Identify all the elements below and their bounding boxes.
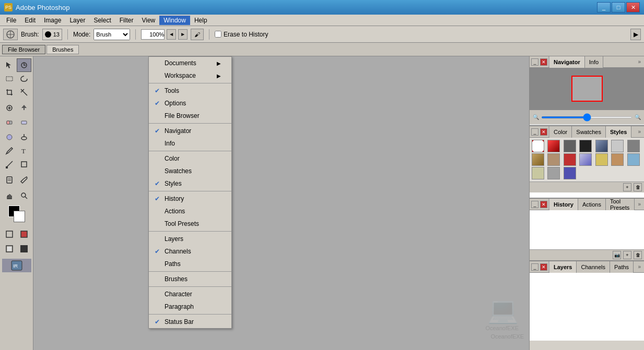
tab-history[interactable]: History (549, 199, 578, 210)
menu-item-actions[interactable]: Actions (149, 205, 231, 218)
menu-item-paths[interactable]: Paths (149, 258, 231, 270)
history-new-btn[interactable]: + (623, 251, 631, 259)
menu-filter[interactable]: Filter (115, 16, 138, 25)
tool-pen[interactable] (2, 144, 17, 158)
menu-image[interactable]: Image (40, 16, 65, 25)
navigator-panel-close[interactable]: ✕ (540, 58, 547, 66)
menu-item-info[interactable]: Info (149, 137, 231, 150)
style-swatch-7[interactable] (532, 153, 544, 166)
zoom-slider[interactable] (541, 116, 633, 118)
tool-eyedropper[interactable] (17, 173, 31, 187)
history-panel-close[interactable]: ✕ (540, 201, 547, 208)
file-browser-btn[interactable]: File Browser (2, 45, 45, 54)
tool-background-eraser[interactable] (17, 115, 31, 128)
tool-arrow[interactable] (2, 58, 17, 72)
color-picker[interactable] (8, 206, 25, 222)
tool-lasso[interactable] (17, 72, 31, 86)
menu-item-options[interactable]: ✔ Options (149, 97, 231, 110)
tool-quick-mask[interactable] (17, 227, 31, 241)
menu-file[interactable]: File (2, 16, 20, 25)
tool-shape[interactable] (17, 158, 31, 171)
tool-hand[interactable] (2, 189, 17, 202)
style-swatch-13[interactable] (627, 153, 640, 166)
menu-edit[interactable]: Edit (20, 16, 40, 25)
tool-full-screen[interactable] (17, 242, 31, 256)
tab-layers[interactable]: Layers (549, 261, 577, 273)
style-swatch-14[interactable] (532, 167, 544, 179)
background-color[interactable] (14, 211, 25, 222)
history-delete-btn[interactable]: 🗑 (634, 251, 642, 259)
menu-select[interactable]: Select (89, 16, 115, 25)
menu-item-color[interactable]: Color (149, 152, 231, 165)
layers-panel-expand[interactable]: » (635, 264, 644, 270)
layers-panel-close[interactable]: ✕ (540, 263, 547, 271)
options-extra-button[interactable]: ▶ (630, 29, 641, 40)
close-button[interactable]: ✕ (626, 2, 640, 13)
tool-path-select[interactable] (2, 158, 17, 171)
layers-panel-collapse[interactable]: _ (531, 263, 538, 271)
zoom-increment[interactable]: ► (178, 29, 188, 40)
style-swatch-2[interactable] (564, 140, 576, 152)
tool-slice[interactable] (17, 86, 31, 99)
tab-tool-presets[interactable]: Tool Presets (606, 199, 635, 210)
tool-dodge[interactable] (17, 130, 31, 144)
tab-actions[interactable]: Actions (578, 199, 606, 210)
tool-clone[interactable] (17, 101, 31, 115)
menu-item-paragraph[interactable]: Paragraph (149, 300, 231, 313)
tool-history-brush[interactable] (17, 58, 31, 72)
style-swatch-6[interactable] (627, 140, 640, 152)
brushes-btn[interactable]: Brushes (46, 45, 79, 54)
tool-notes[interactable] (2, 173, 17, 187)
style-swatch-11[interactable] (595, 153, 608, 166)
style-swatch-10[interactable] (579, 153, 592, 166)
menu-item-styles[interactable]: ✔ Styles (149, 177, 231, 190)
minimize-button[interactable]: _ (597, 2, 611, 13)
menu-view[interactable]: View (137, 16, 159, 25)
tool-imageready[interactable]: IR (2, 259, 31, 272)
style-swatch-1[interactable] (547, 140, 560, 152)
style-swatch-12[interactable] (611, 153, 624, 166)
tab-navigator[interactable]: Navigator (549, 56, 585, 68)
zoom-decrement[interactable]: ◄ (167, 29, 176, 40)
style-swatch-16[interactable] (564, 167, 576, 179)
menu-help[interactable]: Help (190, 16, 212, 25)
style-swatch-3[interactable] (579, 140, 592, 152)
tool-rect-select[interactable] (2, 72, 17, 86)
tab-color[interactable]: Color (549, 126, 572, 138)
tool-crop[interactable] (2, 86, 17, 99)
tool-standard-mode[interactable] (2, 227, 17, 241)
history-snapshot-btn[interactable]: 📷 (613, 251, 621, 259)
tool-standard-screen[interactable] (2, 242, 17, 256)
menu-item-brushes[interactable]: Brushes (149, 273, 231, 285)
menu-item-channels[interactable]: ✔ Channels (149, 245, 231, 258)
menu-layer[interactable]: Layer (65, 16, 89, 25)
tab-channels[interactable]: Channels (577, 261, 610, 273)
style-swatch-4[interactable] (595, 140, 608, 152)
navigator-panel-expand[interactable]: » (635, 59, 644, 65)
tab-paths[interactable]: Paths (610, 261, 634, 273)
style-swatch-5[interactable] (611, 140, 624, 152)
tool-type[interactable]: T (17, 144, 31, 158)
menu-item-layers[interactable]: Layers (149, 233, 231, 245)
style-swatch-15[interactable] (547, 167, 560, 179)
menu-window[interactable]: Window (159, 16, 190, 25)
style-swatch-8[interactable] (547, 153, 560, 166)
style-swatch-none[interactable] (532, 140, 544, 152)
styles-panel-collapse[interactable]: _ (531, 128, 538, 136)
tool-healing[interactable] (2, 101, 17, 115)
tool-eraser[interactable] (2, 115, 17, 128)
menu-item-history[interactable]: ✔ History (149, 192, 231, 205)
tab-swatches[interactable]: Swatches (572, 126, 606, 138)
menu-item-workspace[interactable]: Workspace ▶ (149, 69, 231, 82)
zoom-input[interactable] (141, 29, 165, 40)
tool-blur[interactable] (2, 130, 17, 144)
mode-select[interactable]: Brush (93, 29, 130, 40)
history-panel-collapse[interactable]: _ (531, 201, 538, 208)
brush-preset-icon[interactable] (3, 29, 18, 40)
styles-panel-expand[interactable]: » (635, 129, 644, 135)
brush-tool-button[interactable]: 🖌 (191, 29, 204, 40)
erase-history-checkbox[interactable] (215, 31, 221, 38)
styles-delete-btn[interactable]: 🗑 (634, 183, 642, 191)
menu-item-tool-presets[interactable]: Tool Presets (149, 218, 231, 230)
menu-item-navigator[interactable]: ✔ Navigator (149, 125, 231, 137)
